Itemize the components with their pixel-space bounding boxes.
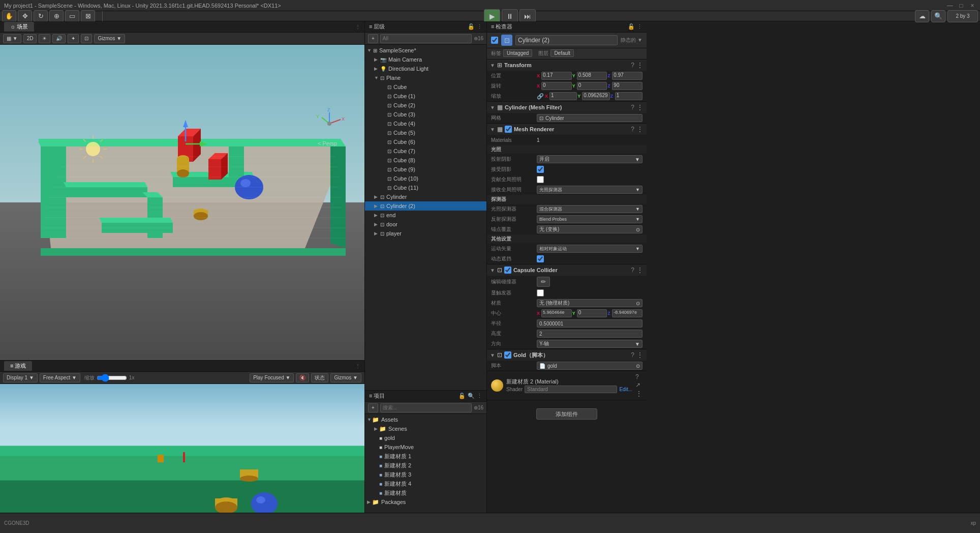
mesh-renderer-header[interactable]: ▼ ▦ Mesh Renderer ? ⋮ xyxy=(487,124,647,135)
hierarchy-item[interactable]: ⊡ Cube (11) xyxy=(365,183,486,192)
collider-material-target-icon[interactable]: ⊙ xyxy=(636,301,640,306)
cc-y-input[interactable]: 0 xyxy=(577,309,607,317)
gs-menu-btn[interactable]: ⋮ xyxy=(636,351,644,359)
inspector-lock-icon[interactable]: 🔓 xyxy=(628,23,635,30)
collider-material-value[interactable]: 无 (物理材质) ⊙ xyxy=(537,299,642,307)
static-label[interactable]: 静态的 ▼ xyxy=(621,37,642,44)
shader-value[interactable]: Standard xyxy=(525,386,617,393)
layout-button[interactable]: 2 by 3 xyxy=(947,10,978,22)
hierarchy-item[interactable]: ⊡ Cube (2) xyxy=(365,101,486,110)
scene-gizmos-btn[interactable]: Gizmos ▼ xyxy=(94,34,125,43)
collider-radius-value[interactable]: 0.5000001 xyxy=(537,319,642,328)
mesh-filter-header[interactable]: ▼ ▦ Cylinder (Mesh Filter) ? ⋮ xyxy=(487,102,647,113)
hierarchy-item[interactable]: ⊡ Cube (4) xyxy=(365,119,486,128)
hierarchy-item[interactable]: ▶ ⊡ player xyxy=(365,229,486,238)
pos-z-input[interactable]: 0.97 xyxy=(612,72,642,80)
edit-material-btn[interactable]: Edit... xyxy=(619,387,632,392)
game-mute-btn[interactable]: 🔇 xyxy=(296,373,309,382)
hierarchy-search[interactable] xyxy=(380,34,472,43)
object-name-input[interactable] xyxy=(515,35,618,45)
project-item[interactable]: ▼ 📁 Assets xyxy=(365,415,486,424)
cc-x-input[interactable]: 5.960464e xyxy=(541,309,572,317)
project-item[interactable]: ▶ 📁 Packages xyxy=(365,497,486,507)
hierarchy-item[interactable]: ⊡ Cube (8) xyxy=(365,156,486,165)
hierarchy-item[interactable]: ▼ ⊡ Plane xyxy=(365,73,486,82)
hierarchy-item[interactable]: ⊡ Cube (7) xyxy=(365,146,486,156)
project-item[interactable]: ▶ 📁 Scenes xyxy=(365,424,486,433)
light-probes-value[interactable]: 混合探测器▼ xyxy=(537,205,642,213)
game-play-focused-btn[interactable]: Play Focused ▼ xyxy=(250,373,294,382)
hierarchy-item[interactable]: ▶ ⊡ Cylinder xyxy=(365,192,486,201)
project-tab[interactable]: ≡ 项目 xyxy=(369,392,385,400)
project-filter-btn[interactable]: ⊕16 xyxy=(474,405,483,410)
receive-gi-value[interactable]: 光照探测器▼ xyxy=(537,186,642,194)
scale-z-input[interactable]: 1 xyxy=(615,92,642,100)
transform-tool-button[interactable]: ⊠ xyxy=(81,10,95,22)
minimize-button[interactable]: — xyxy=(946,2,954,9)
hierarchy-item[interactable]: ▼ ⊞ SampleScene* xyxy=(365,46,486,55)
game-more-btn[interactable]: ⋮ xyxy=(355,363,360,369)
object-active-checkbox[interactable] xyxy=(491,37,498,44)
layer-value[interactable]: Default xyxy=(550,49,574,57)
gold-script-header[interactable]: ▼ ⊡ Gold（脚本） ? ⋮ xyxy=(487,349,647,361)
script-target-icon[interactable]: ⊙ xyxy=(636,363,640,369)
project-item[interactable]: ■ 新建材质 3 xyxy=(365,470,486,479)
maximize-button[interactable]: □ xyxy=(958,2,965,9)
cc-toggle[interactable] xyxy=(504,266,511,274)
project-add-btn[interactable]: + xyxy=(368,403,378,412)
is-trigger-checkbox[interactable] xyxy=(537,289,544,297)
project-item[interactable]: ■ 新建材质 2 xyxy=(365,461,486,470)
search-button[interactable]: 🔍 xyxy=(931,10,945,22)
motion-vectors-value[interactable]: 相对对象运动▼ xyxy=(537,245,642,253)
mr-menu-btn[interactable]: ⋮ xyxy=(636,125,644,133)
scene-fx-btn[interactable]: ✦ xyxy=(68,34,79,43)
hierarchy-tab[interactable]: ≡ 层级 xyxy=(369,23,385,31)
scale-tool-button[interactable]: ⊕ xyxy=(49,10,64,22)
tag-value[interactable]: Untagged xyxy=(503,49,532,57)
project-more-icon[interactable]: ⋮ xyxy=(477,393,482,399)
mr-help-icon[interactable]: ? xyxy=(631,126,634,133)
edit-collider-btn[interactable]: ✏ xyxy=(537,277,550,287)
project-item[interactable]: ■ 新建材质 1 xyxy=(365,452,486,461)
gs-help-icon[interactable]: ? xyxy=(631,351,634,359)
material-expand-icon[interactable]: ↗ xyxy=(635,381,642,389)
game-display-btn[interactable]: Display 1 ▼ xyxy=(3,373,38,382)
hierarchy-item[interactable]: ▶ 📷 Main Camera xyxy=(365,55,486,64)
game-canvas[interactable] xyxy=(0,384,364,513)
dynamic-occlusion-checkbox[interactable] xyxy=(537,255,544,262)
rot-z-input[interactable]: 90 xyxy=(612,82,642,90)
anchor-override-value[interactable]: 无 (变换) ⊙ xyxy=(537,225,642,233)
material-menu-btn[interactable]: ⋮ xyxy=(635,390,642,398)
project-search[interactable] xyxy=(380,403,472,412)
hierarchy-filter-btn[interactable]: ⊕16 xyxy=(474,36,483,41)
collider-direction-value[interactable]: Y-轴▼ xyxy=(537,340,642,348)
hierarchy-item[interactable]: ⊡ Cube (6) xyxy=(365,137,486,146)
hierarchy-item[interactable]: ⊡ Cube (10) xyxy=(365,174,486,183)
game-tab[interactable]: ≡ 游戏 xyxy=(4,361,32,371)
scene-more-btn[interactable]: ⋮ xyxy=(355,24,360,29)
hierarchy-item[interactable]: ⊡ Cube (5) xyxy=(365,128,486,137)
rotate-tool-button[interactable]: ↻ xyxy=(34,10,48,22)
move-tool-button[interactable]: ✥ xyxy=(18,10,32,22)
receive-shadows-checkbox[interactable] xyxy=(537,166,544,173)
transform-header[interactable]: ▼ ⊞ Transform ? ⋮ xyxy=(487,60,647,71)
scene-tab[interactable]: ☼ 场景 xyxy=(4,22,34,32)
scene-audio-btn[interactable]: 🔊 xyxy=(52,34,66,43)
hierarchy-item[interactable]: ⊡ Cube xyxy=(365,82,486,92)
mf-help-icon[interactable]: ? xyxy=(631,104,634,111)
collab-button[interactable]: ☁ xyxy=(915,10,929,22)
scene-2d-btn[interactable]: 2D xyxy=(23,34,37,43)
scene-draw-mode[interactable]: ▦ ▼ xyxy=(3,34,21,43)
collider-height-value[interactable]: 2 xyxy=(537,330,642,338)
add-component-button[interactable]: 添加组件 xyxy=(536,408,597,420)
mr-toggle[interactable] xyxy=(505,126,512,133)
project-item[interactable]: ■ PlayerMove xyxy=(365,442,486,452)
project-item[interactable]: ■ 新建材质 4 xyxy=(365,479,486,488)
rot-y-input[interactable]: 0 xyxy=(577,82,607,90)
game-aspect-btn[interactable]: Free Aspect ▼ xyxy=(40,373,80,382)
transform-help-icon[interactable]: ? xyxy=(631,62,634,69)
capsule-collider-header[interactable]: ▼ ⊡ Capsule Collider ? ⋮ xyxy=(487,264,647,276)
hierarchy-item[interactable]: ⊡ Cube (3) xyxy=(365,110,486,119)
game-stats-btn[interactable]: 状态 xyxy=(311,373,328,382)
contribute-gi-checkbox[interactable] xyxy=(537,176,544,183)
